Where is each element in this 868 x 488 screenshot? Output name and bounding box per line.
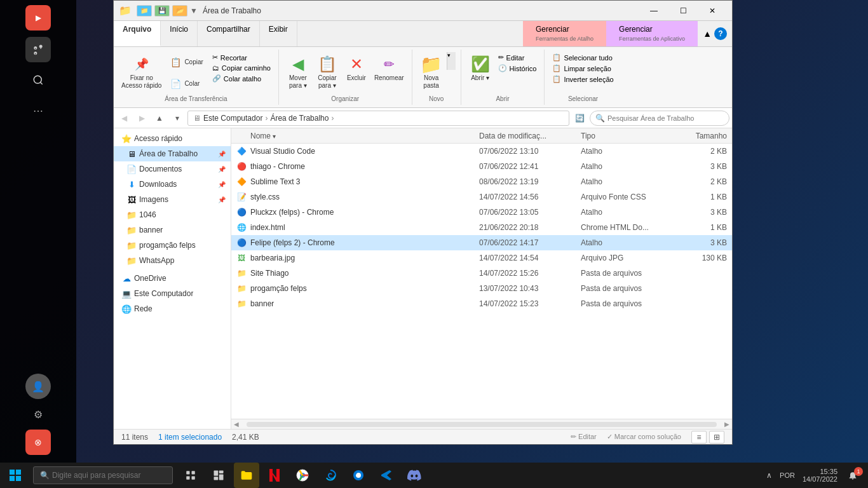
taskbar-system-tray[interactable]: ∧ [764, 471, 777, 480]
forward-button[interactable]: ▶ [134, 111, 149, 126]
btn-limpar-selecao[interactable]: 📋Limpar seleção [550, 63, 616, 74]
search-input[interactable] [607, 114, 715, 122]
btn-copiar-caminho[interactable]: 🗂Copiar caminho [210, 63, 273, 73]
nav-item-computador[interactable]: 💻 Este Computador [114, 286, 231, 301]
btn-historico[interactable]: 🕐Histórico [496, 63, 539, 74]
btn-selecionar-tudo[interactable]: 📋Selecionar tudo [550, 52, 616, 63]
taskbar-search-box[interactable]: 🔍 [33, 466, 173, 484]
nav-item-acesso-rapido[interactable]: ⭐ Acesso rápido [114, 131, 231, 146]
path-item-desktop[interactable]: Área de Trabalho [270, 114, 329, 123]
nav-item-banner[interactable]: 📁 banner [114, 222, 231, 238]
error-icon[interactable]: ⊗ [25, 430, 51, 455]
btn-abrir[interactable]: ✅ Abrir ▾ [466, 52, 494, 84]
col-nome[interactable]: Nome ▾ [250, 132, 479, 140]
tab-inicio[interactable]: Início [161, 21, 198, 46]
taskbar-icon-edge2[interactable] [346, 463, 371, 488]
col-date[interactable]: Data de modificaç... [479, 132, 581, 140]
taskbar-icon-netflix[interactable] [262, 463, 287, 488]
file-row[interactable]: 🔵 Pluckzx (felps) - Chrome 07/06/2022 13… [231, 205, 732, 220]
file-row[interactable]: 🔷 Visual Studio Code 07/06/2022 13:10 At… [231, 144, 732, 159]
file-row[interactable]: 📁 banner 14/07/2022 15:23 Pasta de arqui… [231, 296, 732, 311]
nav-item-imagens[interactable]: 🖼 Imagens 📌 [114, 192, 231, 207]
btn-editar[interactable]: ✏Editar [496, 52, 539, 63]
detail-view-button[interactable]: ⊞ [709, 431, 724, 444]
new-dropdown[interactable]: ▾ [447, 52, 456, 70]
btn-inverter-selecao[interactable]: 📋Inverter seleção [550, 74, 616, 85]
file-row[interactable]: 🔶 Sublime Text 3 08/06/2022 13:19 Atalho… [231, 174, 732, 189]
start-button[interactable] [0, 463, 31, 488]
title-tab-2[interactable]: 💾 [154, 5, 170, 17]
taskbar-icon-discord[interactable] [402, 463, 427, 488]
btn-colar-atalho[interactable]: 🔗Colar atalho [210, 73, 273, 84]
btn-colar[interactable]: 📄 Colar [165, 74, 205, 94]
search-box[interactable]: 🔍 [590, 111, 729, 126]
user-icon[interactable]: 👤 [25, 374, 51, 399]
more-icon[interactable]: ⋯ [25, 98, 51, 123]
file-row[interactable]: 📁 progamção felps 13/07/2022 10:43 Pasta… [231, 281, 732, 296]
file-row-selected[interactable]: 🔵 Felipe (felps 2) - Chrome 07/06/2022 1… [231, 235, 732, 250]
taskbar-icon-widgets[interactable] [206, 463, 231, 488]
notification-button[interactable]: 1 [843, 463, 868, 488]
file-row[interactable]: 🔴 thiago - Chrome 07/06/2022 12:41 Atalh… [231, 159, 732, 174]
nav-item-desktop[interactable]: 🖥 Área de Trabalho 📌 [114, 146, 231, 161]
tab-gerenciar-1[interactable]: GerenciarFerramentas de Atalho [523, 21, 606, 46]
taskbar-icon-edge[interactable] [318, 463, 343, 488]
taskbar-clock[interactable]: 15:35 14/07/2022 [797, 468, 843, 483]
ribbon-collapse-icon[interactable]: ▲ [703, 29, 712, 39]
title-dropdown[interactable]: ▼ [190, 6, 198, 15]
btn-copiar[interactable]: 📋 Copiar [165, 52, 205, 72]
btn-recortar[interactable]: ✂Recortar [210, 52, 273, 63]
taskbar-search-input[interactable] [52, 471, 154, 480]
address-path[interactable]: 🖥 Este Computador › Área de Trabalho › [187, 111, 569, 126]
taskbar-icon-taskview[interactable] [178, 463, 203, 488]
taskbar-icon-explorer[interactable] [234, 463, 259, 488]
nav-item-downloads[interactable]: ⬇ Downloads 📌 [114, 177, 231, 192]
btn-copiar-para[interactable]: 📋 Copiarpara ▾ [313, 52, 341, 92]
help-button[interactable]: ? [714, 27, 727, 40]
settings-icon[interactable]: ⚙ [25, 402, 51, 427]
btn-mover[interactable]: ◀ Moverpara ▾ [284, 52, 312, 92]
taskbar-lang[interactable]: POR [777, 471, 797, 479]
nav-item-rede[interactable]: 🌐 Rede [114, 301, 231, 316]
file-row[interactable]: 🌐 index.html 21/06/2022 20:18 Chrome HTM… [231, 220, 732, 235]
nav-item-onedrive[interactable]: ☁ OneDrive [114, 271, 231, 286]
title-tab-3[interactable]: 📂 [172, 5, 187, 17]
marcar-link[interactable]: ✓ Marcar como solução [607, 433, 681, 441]
btn-nova-pasta[interactable]: 📁 Novapasta [417, 52, 445, 92]
refresh-button[interactable]: 🔄 [572, 111, 587, 126]
h-scrollbar[interactable] [247, 422, 717, 427]
source-control-icon[interactable] [25, 37, 51, 62]
back-button[interactable]: ◀ [116, 111, 132, 126]
youtube-icon[interactable]: ▶ [25, 5, 51, 30]
path-item-pc[interactable]: Este Computador [203, 114, 262, 123]
file-row[interactable]: 📁 Site Thiago 14/07/2022 15:26 Pasta de … [231, 266, 732, 281]
scroll-right-arrow[interactable]: ▶ [722, 421, 732, 428]
edit-link[interactable]: ✏ Editar [571, 433, 597, 441]
tab-arquivo[interactable]: Arquivo [114, 21, 161, 46]
nav-item-documentos[interactable]: 📄 Documentos 📌 [114, 161, 231, 177]
up-button[interactable]: ▲ [152, 111, 167, 126]
recent-button[interactable]: ▾ [170, 111, 185, 126]
list-view-button[interactable]: ≡ [691, 431, 707, 444]
taskbar-icon-chrome[interactable] [290, 463, 315, 488]
nav-item-1046[interactable]: 📁 1046 [114, 207, 231, 222]
title-tab-1[interactable]: 📁 [137, 5, 152, 17]
scroll-left-arrow[interactable]: ◀ [231, 421, 241, 428]
file-row[interactable]: 🖼 barbearia.jpg 14/07/2022 14:54 Arquivo… [231, 250, 732, 266]
btn-fixar[interactable]: 📌 Fixar noAcesso rápido [119, 52, 164, 92]
tab-gerenciar-2[interactable]: GerenciarFerramentas de Aplicativo [606, 21, 698, 46]
tab-compartilhar[interactable]: Compartilhar [198, 21, 260, 46]
col-type[interactable]: Tipo [581, 132, 676, 140]
col-size[interactable]: Tamanho [676, 132, 727, 140]
btn-excluir[interactable]: ✕ Excluir [342, 52, 370, 84]
taskbar-icon-vscode[interactable] [374, 463, 399, 488]
close-button[interactable]: ✕ [698, 1, 727, 21]
nav-item-progamcao[interactable]: 📁 progamção felps [114, 238, 231, 253]
btn-renomear[interactable]: ✏ Renomear [372, 52, 407, 84]
file-row[interactable]: 📝 style.css 14/07/2022 14:56 Arquivo Fon… [231, 189, 732, 205]
tab-exibir[interactable]: Exibir [260, 21, 297, 46]
search-sidebar-icon[interactable] [25, 67, 51, 93]
maximize-button[interactable]: ☐ [668, 1, 698, 21]
nav-item-whatsapp[interactable]: 📁 WhatsApp [114, 253, 231, 268]
minimize-button[interactable]: — [639, 1, 668, 21]
